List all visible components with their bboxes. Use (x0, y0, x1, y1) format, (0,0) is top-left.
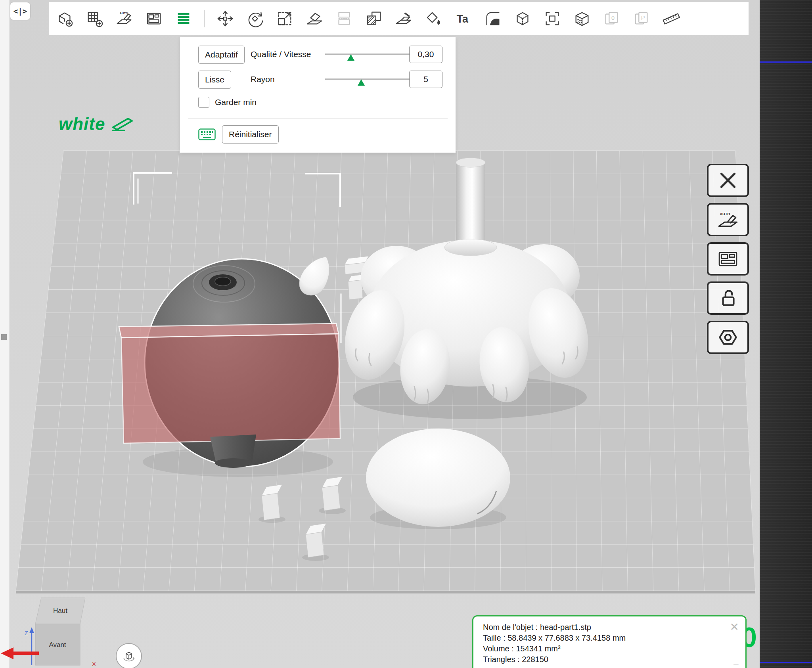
list-view-icon (174, 10, 193, 28)
right-toolbar: AUTO (707, 164, 749, 354)
settings-panel: Adaptatif Qualité / Vitesse 0,30 Lisse R… (180, 37, 456, 153)
lock-button[interactable] (707, 281, 749, 315)
smooth-button[interactable]: Lisse (198, 71, 231, 89)
svg-text:AUTO: AUTO (120, 11, 128, 15)
quality-label: Qualité / Vitesse (251, 50, 311, 59)
radius-label: Rayon (251, 75, 275, 84)
gizmo-front-label: Avant (49, 641, 66, 649)
nut-icon (716, 327, 739, 348)
seam-icon (335, 10, 353, 28)
cutter-box[interactable] (119, 323, 340, 443)
info-close-icon[interactable]: ✕ (730, 620, 739, 634)
radius-slider[interactable] (325, 78, 410, 80)
settings-divider (188, 118, 448, 119)
keep-min-label: Garder min (215, 98, 257, 107)
layout-button[interactable] (143, 6, 165, 31)
x-axis-label: X (92, 660, 96, 667)
arrange-panel-button[interactable] (707, 242, 749, 276)
code-toggle-glyph: <|> (13, 7, 27, 15)
radius-value[interactable]: 5 (409, 71, 442, 88)
chamfer-icon (484, 10, 502, 28)
list-view-button[interactable] (173, 6, 194, 31)
paint-plate-button[interactable] (393, 6, 414, 31)
scale-button[interactable] (274, 6, 295, 31)
info-minimize-icon[interactable]: − (733, 659, 739, 668)
rotate-button[interactable] (244, 6, 266, 31)
paste-icon: P (632, 10, 651, 28)
object-info-panel: Nom de l'objet : head-part1.stp Taille :… (472, 615, 747, 668)
toolbar-separator (204, 10, 205, 27)
z-axis-arrow (29, 627, 34, 633)
view-cube-button[interactable] (116, 643, 142, 668)
keyboard-icon[interactable] (198, 128, 216, 140)
copy-button[interactable]: 0 (601, 6, 622, 31)
quality-value[interactable]: 0,30 (409, 46, 442, 63)
model-shell[interactable] (366, 429, 510, 527)
pen-icon (111, 116, 136, 132)
lay-flat-button[interactable] (304, 6, 325, 31)
lay-flat-icon (305, 10, 324, 28)
svg-text:AUTO: AUTO (720, 212, 730, 216)
top-toolbar: AUTO Ta 0 P (49, 2, 749, 35)
boolean-button[interactable] (363, 6, 385, 31)
svg-text:P: P (641, 15, 645, 21)
brand-logo: white (59, 114, 136, 134)
adaptive-button[interactable]: Adaptatif (198, 46, 245, 64)
auto-arrange-button[interactable]: AUTO (113, 6, 135, 31)
unlock-icon (716, 288, 739, 308)
auto-arrange-icon: AUTO (115, 10, 133, 28)
gizmo-top-label: Haut (53, 607, 67, 614)
auto-place-icon: AUTO (716, 209, 739, 230)
object-size: Taille : 58.8439 x 77.6883 x 73.4158 mm (483, 633, 736, 643)
radius-slider-handle[interactable] (358, 79, 365, 86)
quality-slider[interactable] (325, 54, 410, 55)
code-toggle-button[interactable]: <|> (10, 2, 30, 20)
paste-button[interactable]: P (631, 6, 652, 31)
frame-resize-icon (543, 10, 561, 28)
close-selection-button[interactable] (707, 164, 749, 197)
arrange-icon (716, 249, 739, 269)
chamfer-button[interactable] (482, 6, 504, 31)
add-grid-button[interactable] (84, 6, 105, 31)
text-tool-icon: Ta (454, 10, 472, 28)
keep-min-checkbox[interactable] (198, 97, 209, 108)
move-icon (216, 10, 234, 28)
texture-icon (573, 10, 591, 28)
add-grid-icon (85, 10, 103, 28)
ruler-button[interactable] (661, 6, 682, 31)
add-model-button[interactable] (54, 6, 75, 31)
quality-slider-handle[interactable] (347, 54, 354, 61)
nut-button[interactable] (707, 321, 749, 354)
blue-divider-bottom (760, 662, 812, 663)
ruler-icon (662, 10, 680, 28)
seam-button[interactable] (333, 6, 355, 31)
reset-button[interactable]: Réinitialiser (222, 125, 279, 144)
layout-icon (145, 10, 163, 28)
frame-resize-button[interactable] (542, 6, 563, 31)
close-icon (716, 170, 739, 191)
left-edge-marker[interactable] (1, 334, 7, 340)
view-cube-icon (121, 649, 136, 664)
paint-bucket-button[interactable] (423, 6, 444, 31)
text-tool-button[interactable]: Ta (452, 6, 474, 31)
copy-icon: 0 (603, 10, 621, 28)
paint-bucket-icon (424, 10, 442, 28)
svg-text:0: 0 (611, 15, 615, 21)
cube-button[interactable] (512, 6, 533, 31)
object-triangles: Triangles : 228150 (483, 654, 736, 665)
add-model-icon (56, 10, 74, 28)
auto-place-button[interactable]: AUTO (707, 203, 749, 236)
scale-icon (276, 10, 294, 28)
z-axis-label: Z (25, 630, 28, 636)
svg-text:Ta: Ta (457, 13, 469, 25)
object-volume: Volume : 154341 mm³ (483, 643, 736, 654)
move-button[interactable] (214, 6, 236, 31)
boolean-icon (365, 10, 383, 28)
texture-button[interactable] (571, 6, 593, 31)
rotate-icon (246, 10, 264, 28)
cube-icon (513, 10, 532, 28)
side-panel-strip[interactable] (760, 0, 812, 668)
blue-divider-top (760, 61, 812, 63)
model-head-neck[interactable] (210, 434, 256, 468)
paint-plate-icon (395, 10, 413, 28)
